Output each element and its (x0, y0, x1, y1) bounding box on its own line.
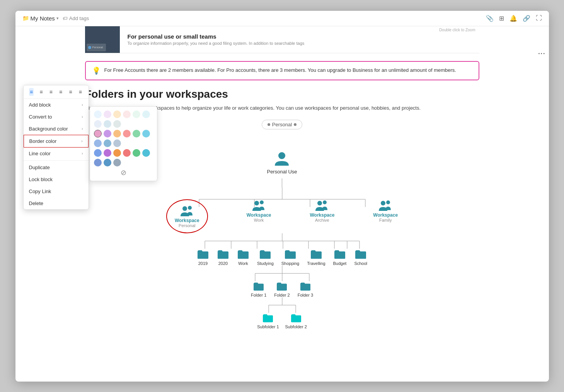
ws-archive-sublabel: Archive (315, 218, 329, 222)
add-tags-button[interactable]: 🏷 Add tags (63, 15, 89, 21)
align-right-btn[interactable]: ≡ (49, 88, 53, 96)
three-dot-label: ... (538, 49, 545, 55)
folder-school: School (354, 249, 367, 266)
color-orange-dark[interactable] (113, 149, 121, 157)
color-purple-light[interactable] (104, 110, 111, 118)
align-left-btn[interactable]: ≡ (29, 88, 34, 96)
svg-point-9 (254, 201, 259, 205)
folder-connectors (186, 233, 379, 249)
zoom-label: Double click to Zoom (439, 28, 475, 32)
svg-rect-38 (254, 285, 264, 291)
folder-studying: Studying (257, 249, 274, 266)
menu-background-color[interactable]: Background color › (24, 123, 89, 135)
menu-copy-link[interactable]: Copy Link (24, 185, 89, 197)
subsubfolder-label-1: Subfolder 1 (257, 324, 279, 329)
color-red-light[interactable] (123, 110, 131, 118)
folder-work: Work (237, 249, 249, 266)
folder-label-budget: Budget (333, 261, 347, 266)
folder-icon-2020 (217, 249, 229, 260)
header-actions: 📎 ⊞ 🔔 🔗 ⛶ (486, 15, 542, 22)
folder-icon-school (354, 249, 367, 260)
title-chevron[interactable]: ▾ (56, 16, 59, 21)
ws-personal-label: Workspace (175, 218, 199, 223)
menu-convert-to[interactable]: Convert to › (24, 111, 89, 123)
tag-icon: 🏷 (63, 15, 68, 21)
menu-lock-block[interactable]: Lock block (24, 173, 89, 185)
folder-row: 2019 2020 Work (197, 249, 367, 266)
menu-delete[interactable]: Delete (24, 197, 89, 209)
color-red-mid[interactable] (123, 130, 131, 137)
bulb-icon: 💡 (92, 66, 101, 75)
svg-rect-28 (260, 253, 271, 259)
no-color-icon: ⊘ (121, 168, 126, 177)
color-blue-dark[interactable] (94, 149, 102, 157)
color-orange-light[interactable] (113, 110, 121, 118)
subsubfolder-label-2: Subfolder 2 (285, 324, 307, 329)
color-row-2 (94, 130, 153, 147)
color-steel-dark[interactable] (113, 159, 121, 166)
menu-line-color[interactable]: Line color › (24, 148, 89, 160)
color-cyan-light[interactable] (142, 110, 150, 118)
align-justify-btn[interactable]: ≡ (58, 88, 63, 96)
color-indigo-dark[interactable] (94, 159, 102, 166)
share-icon[interactable]: 🔗 (523, 15, 530, 22)
header-left: 📁 My Notes ▾ 🏷 Add tags (22, 15, 89, 22)
color-blue-light[interactable] (94, 110, 102, 118)
color-cyan-dark[interactable] (142, 149, 150, 157)
color-green-dark[interactable] (133, 149, 140, 157)
bell-icon[interactable]: 🔔 (509, 15, 517, 22)
svg-rect-26 (218, 253, 228, 259)
menu-divider-1 (24, 160, 89, 161)
subfolder-icon-2 (276, 281, 288, 291)
color-green-mid[interactable] (133, 130, 140, 137)
color-green-light[interactable] (133, 110, 140, 118)
menu-add-block[interactable]: Add block › (24, 99, 89, 111)
subsubfolder-icon-1 (262, 313, 274, 323)
color-red-dark[interactable] (123, 149, 131, 157)
color-indigo-light[interactable] (94, 120, 102, 128)
fullscreen-icon[interactable]: ⛶ (536, 15, 542, 22)
color-indigo-mid[interactable] (94, 139, 102, 147)
color-purple-dark[interactable] (104, 149, 111, 157)
color-sky-light[interactable] (104, 120, 111, 128)
folder-2: Folder 2 (274, 281, 290, 297)
svg-point-14 (386, 200, 390, 204)
folder-icon: 📁 (22, 15, 29, 21)
ws-family-label: Workspace (373, 212, 398, 218)
three-dot-button[interactable]: ... (538, 49, 545, 56)
background-color-label: Background color (29, 126, 68, 132)
svg-rect-27 (238, 253, 249, 259)
document-title[interactable]: 📁 My Notes ▾ (22, 15, 59, 22)
color-steel-mid[interactable] (113, 139, 121, 147)
svg-point-7 (182, 206, 187, 211)
align-outdent-btn[interactable]: ≡ (78, 88, 83, 96)
color-cyan-mid[interactable] (142, 130, 150, 137)
personal-pill: Personal (262, 120, 302, 129)
color-sky-dark[interactable] (104, 159, 111, 166)
folder-label-shopping: Shopping (281, 261, 300, 266)
color-purple-mid[interactable] (104, 130, 111, 137)
ws-personal-icon (181, 205, 194, 218)
color-orange-mid[interactable] (113, 130, 121, 137)
align-center-btn[interactable]: ≡ (39, 88, 43, 96)
folder-icon-shopping (284, 249, 296, 260)
ws-work-icon (252, 199, 266, 212)
color-teal-light[interactable] (113, 120, 121, 128)
folder-label-2020: 2020 (218, 261, 228, 266)
ws-archive-label: Workspace (310, 212, 335, 218)
color-sky-mid[interactable] (104, 139, 111, 147)
personal-pill-label: Personal (272, 122, 292, 127)
align-indent-btn[interactable]: ≡ (68, 88, 73, 96)
no-color-button[interactable]: ⊘ (94, 168, 153, 177)
attach-icon[interactable]: 📎 (486, 15, 494, 22)
folder-label-school: School (354, 261, 367, 266)
layout-icon[interactable]: ⊞ (499, 15, 504, 22)
convert-to-arrow: › (82, 115, 83, 119)
color-row-1 (94, 110, 153, 128)
v-line-1 (282, 178, 282, 188)
folder-icon-budget (334, 249, 346, 260)
menu-duplicate[interactable]: Duplicate (24, 161, 89, 173)
info-text: For Free Accounts there are 2 members av… (104, 66, 456, 74)
menu-border-color[interactable]: Border color › (24, 135, 89, 148)
color-pink-selected[interactable] (94, 130, 102, 137)
